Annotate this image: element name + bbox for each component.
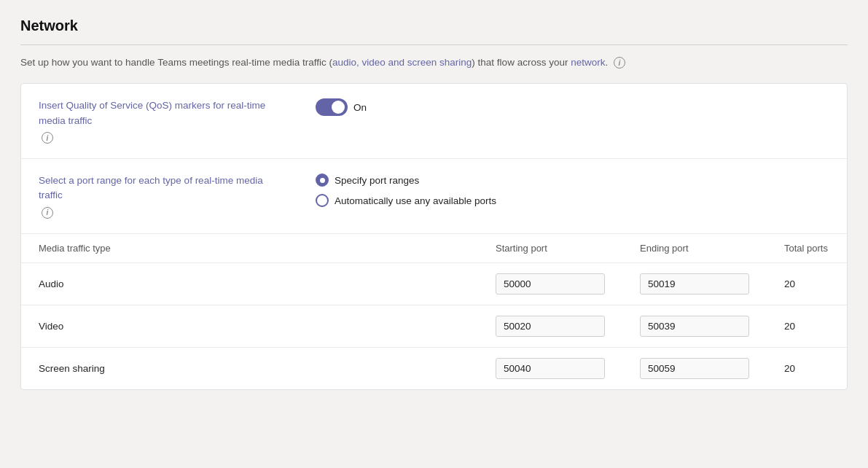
table-row: Video20 — [21, 305, 847, 347]
row-starting-port-1 — [478, 305, 622, 347]
table-row: Screen sharing20 — [21, 347, 847, 389]
row-ending-port-2 — [622, 347, 767, 389]
qos-label: Insert Quality of Service (QoS) markers … — [39, 98, 286, 128]
qos-section: Insert Quality of Service (QoS) markers … — [21, 84, 847, 159]
ending-port-input-2[interactable] — [640, 358, 749, 379]
radio-auto-circle — [316, 194, 329, 207]
row-total-ports-2: 20 — [767, 347, 847, 389]
radio-auto[interactable]: Automatically use any available ports — [316, 194, 496, 207]
page-description: Set up how you want to handle Teams meet… — [20, 55, 848, 70]
row-starting-port-2 — [478, 347, 622, 389]
col-header-starting: Starting port — [478, 234, 622, 263]
ending-port-input-0[interactable] — [640, 273, 749, 295]
highlight-text: audio, video and screen sharing — [332, 57, 472, 68]
port-range-label-wrapper: Select a port range for each type of rea… — [39, 173, 286, 219]
starting-port-input-2[interactable] — [496, 358, 605, 379]
port-range-label: Select a port range for each type of rea… — [39, 173, 286, 203]
port-range-section: Select a port range for each type of rea… — [21, 159, 847, 234]
network-text: network — [571, 57, 605, 68]
starting-port-input-0[interactable] — [496, 273, 605, 295]
radio-group: Specify port ranges Automatically use an… — [316, 173, 496, 207]
table-row: Audio20 — [21, 262, 847, 305]
description-info-icon[interactable]: i — [614, 57, 625, 69]
qos-label-wrapper: Insert Quality of Service (QoS) markers … — [39, 98, 286, 144]
settings-card: Insert Quality of Service (QoS) markers … — [20, 83, 848, 390]
qos-toggle[interactable] — [316, 98, 348, 116]
radio-specify-circle — [316, 173, 329, 187]
radio-specify[interactable]: Specify port ranges — [316, 173, 496, 187]
col-header-ending: Ending port — [622, 234, 767, 263]
ending-port-input-1[interactable] — [640, 316, 749, 337]
top-divider — [20, 44, 848, 45]
port-range-control: Specify port ranges Automatically use an… — [316, 173, 829, 207]
qos-info-icon[interactable]: i — [42, 132, 53, 144]
col-header-total: Total ports — [767, 234, 847, 263]
row-type-1: Video — [21, 305, 478, 347]
row-type-0: Audio — [21, 262, 478, 305]
radio-specify-label: Specify port ranges — [335, 175, 419, 186]
toggle-label: On — [353, 102, 367, 113]
row-total-ports-0: 20 — [767, 262, 847, 305]
qos-toggle-wrapper: On — [316, 98, 367, 116]
row-type-2: Screen sharing — [21, 347, 478, 389]
row-ending-port-1 — [622, 305, 767, 347]
qos-control: On — [316, 98, 829, 116]
port-table: Media traffic type Starting port Ending … — [21, 234, 847, 389]
row-ending-port-0 — [622, 262, 767, 305]
row-total-ports-1: 20 — [767, 305, 847, 347]
page-title: Network — [20, 17, 848, 34]
col-header-type: Media traffic type — [21, 234, 478, 263]
radio-auto-label: Automatically use any available ports — [335, 195, 496, 206]
row-starting-port-0 — [478, 262, 622, 305]
table-header-row: Media traffic type Starting port Ending … — [21, 234, 847, 263]
starting-port-input-1[interactable] — [496, 316, 605, 337]
port-range-info-icon[interactable]: i — [42, 207, 53, 219]
